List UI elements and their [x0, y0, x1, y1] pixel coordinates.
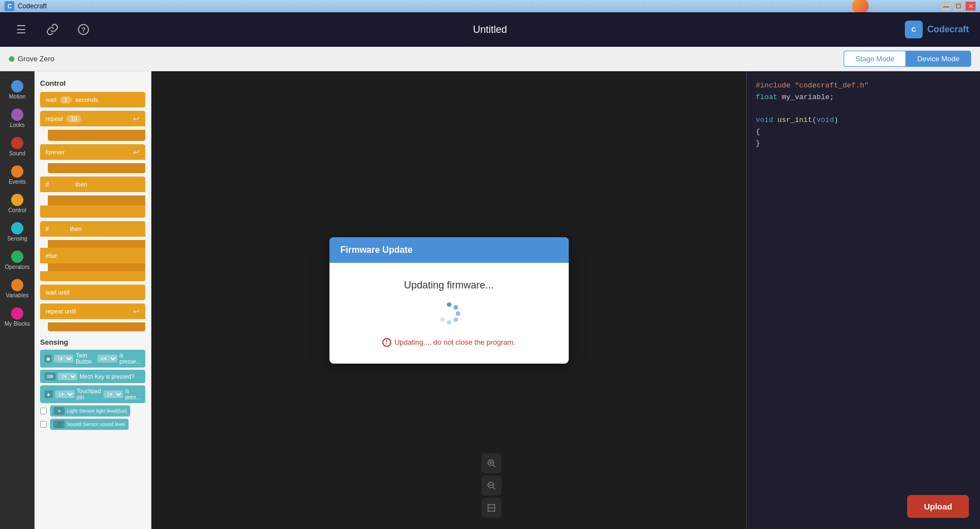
upload-button[interactable]: Upload	[907, 495, 969, 518]
firmware-overlay: Firmware Update Updating firmware... !	[151, 71, 746, 529]
sound-sensor-icon: 🎵	[53, 420, 65, 428]
sub-toolbar: Grove Zero Stage Mode Device Mode	[0, 47, 980, 71]
toolbar-left: ☰ ?	[11, 19, 93, 40]
wait-block[interactable]: wait 1 seconds	[40, 92, 145, 107]
touchpad-block[interactable]: ◈ 1▾ Touchpad pin 1▾ is pres...	[40, 385, 145, 403]
code-panel: #include "codecraft_def.h" float my_vari…	[746, 71, 980, 529]
repeat-arrow-icon: ↩	[133, 114, 140, 123]
myblocks-dot	[11, 307, 23, 320]
light-sensor-row: ☀ Light Sensor light level(lux)	[40, 405, 145, 417]
loading-spinner	[438, 302, 460, 325]
repeat-until-slot	[48, 322, 145, 331]
if-cap	[40, 205, 145, 218]
control-dot	[11, 194, 23, 206]
if-else-block-wrapper: if then else	[40, 221, 145, 281]
code-line-5: {	[756, 126, 971, 138]
twin-button-block[interactable]: ▣ 1▾ Twin Button A▾ is presse...	[40, 350, 145, 368]
repeat-until-wrapper: repeat until ↩	[40, 303, 145, 331]
forever-slot	[48, 163, 145, 173]
link-icon[interactable]	[42, 19, 62, 40]
grove-zero-label: Grove Zero	[18, 55, 55, 63]
sound-sensor-checkbox[interactable]	[40, 421, 47, 428]
spinner-dot-2	[454, 305, 458, 310]
looks-label: Looks	[10, 122, 25, 128]
sidebar-item-events[interactable]: Events	[2, 162, 33, 188]
modal-title: Firmware Update	[341, 245, 413, 254]
minimize-button[interactable]: —	[941, 2, 951, 11]
twin-button-select1[interactable]: 1▾	[54, 355, 73, 363]
sidebar-item-sensing[interactable]: Sensing	[2, 219, 33, 245]
if-slot	[48, 195, 145, 205]
light-sensor-checkbox[interactable]	[40, 408, 47, 414]
brand-icon: C	[905, 21, 923, 38]
touchpad-select1[interactable]: 1▾	[55, 390, 75, 398]
if-else-slot1	[48, 240, 145, 248]
forever-block[interactable]: forever ↩	[40, 144, 145, 160]
canvas-area[interactable]: Firmware Update Updating firmware... !	[151, 71, 746, 529]
twin-button-icon: ▣	[45, 355, 52, 363]
spinner-dot-4	[454, 317, 458, 322]
if-else-block[interactable]: if then	[40, 221, 145, 237]
grove-status-dot	[9, 56, 14, 62]
sidebar-item-variables[interactable]: Variables	[2, 276, 33, 302]
maximize-button[interactable]: ☐	[953, 2, 963, 11]
mech-key-select[interactable]: 1▾	[58, 373, 77, 380]
if-block-wrapper: if then	[40, 177, 145, 218]
variables-dot	[11, 279, 23, 291]
if-else-cap	[40, 271, 145, 281]
forever-block-wrapper: forever ↩	[40, 144, 145, 173]
motion-label: Motion	[9, 94, 26, 100]
device-mode-button[interactable]: Device Mode	[905, 51, 971, 67]
sidebar-item-looks[interactable]: Looks	[2, 105, 33, 131]
myblocks-label: My Blocks	[4, 321, 30, 327]
light-sensor-block[interactable]: ☀ Light Sensor light level(lux)	[50, 405, 130, 417]
code-line-3	[756, 104, 971, 115]
menu-icon[interactable]: ☰	[11, 19, 31, 40]
repeat-block[interactable]: repeat 10 ↩	[40, 111, 145, 126]
blocks-panel: Control wait 1 seconds repeat 10 ↩ forev…	[35, 71, 151, 529]
grove-zero-button[interactable]: Grove Zero	[9, 55, 55, 63]
main-toolbar: ☰ ? Untitled C Codecraft	[0, 12, 980, 47]
operators-dot	[11, 251, 23, 263]
touchpad-select2[interactable]: 1▾	[104, 390, 123, 398]
touchpad-icon: ◈	[45, 390, 53, 398]
code-line-4: void usr_init(void)	[756, 115, 971, 126]
repeat-until-block[interactable]: repeat until ↩	[40, 303, 145, 319]
twin-button-select2[interactable]: A▾	[97, 355, 117, 363]
sidebar-item-myblocks[interactable]: My Blocks	[2, 304, 33, 330]
variables-label: Variables	[6, 292, 29, 298]
main-content: Motion Looks Sound Events Control Sensin…	[0, 71, 980, 529]
modal-heading: Updating firmware...	[343, 280, 555, 291]
operators-label: Operators	[5, 264, 29, 270]
sound-sensor-block[interactable]: 🎵 Sound Sensor sound level	[50, 419, 129, 430]
wait-until-block[interactable]: wait until	[40, 285, 145, 300]
sensing-dot	[11, 222, 23, 234]
sidebar-item-motion[interactable]: Motion	[2, 77, 33, 103]
sidebar-categories: Motion Looks Sound Events Control Sensin…	[0, 71, 35, 529]
code-line-6: }	[756, 138, 971, 150]
sidebar-item-sound[interactable]: Sound	[2, 134, 33, 160]
mech-key-block[interactable]: ⌨ 1▾ Mech Key is pressed?	[40, 370, 145, 383]
document-title: Untitled	[473, 24, 507, 36]
help-icon[interactable]: ?	[73, 19, 93, 40]
spinner-dot-1	[447, 302, 451, 307]
spinner-dot-5	[447, 320, 451, 325]
if-then-block[interactable]: if then	[40, 177, 145, 192]
close-button[interactable]: ✕	[966, 2, 976, 11]
toolbar-right: C Codecraft	[905, 21, 969, 38]
modal-header: Firmware Update	[329, 237, 569, 263]
sound-dot	[11, 137, 23, 149]
sidebar-item-control[interactable]: Control	[2, 190, 33, 217]
light-sensor-label: Light Sensor light level(lux)	[67, 408, 127, 414]
mode-buttons: Stage Mode Device Mode	[844, 51, 971, 67]
app-name-label: Codecraft	[18, 2, 47, 10]
app-logo-icon: C	[4, 1, 14, 11]
warning-icon: !	[382, 338, 391, 347]
stage-mode-button[interactable]: Stage Mode	[844, 51, 905, 67]
light-sensor-icon: ☀	[53, 407, 65, 415]
svg-text:?: ?	[81, 26, 86, 34]
repeat-block-wrapper: repeat 10 ↩	[40, 111, 145, 141]
modal-warning: ! Updating..., do not close the program.	[343, 338, 555, 347]
repeat-until-arrow-icon: ↩	[133, 307, 140, 316]
sidebar-item-operators[interactable]: Operators	[2, 247, 33, 273]
